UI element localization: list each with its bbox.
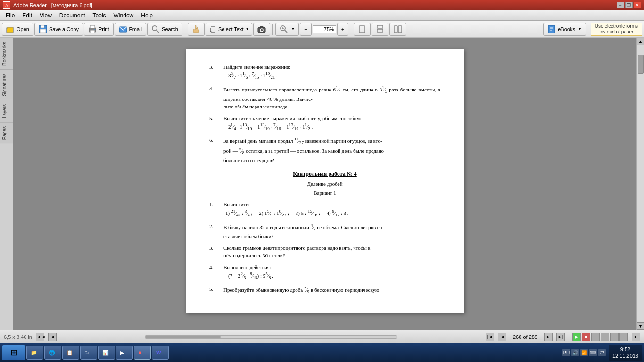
last-page-button[interactable]: ►| (556, 333, 565, 341)
scroll-left-start-button[interactable]: ◄◄ (36, 333, 44, 341)
taskbar-media[interactable]: ▶ (116, 346, 133, 360)
taskbar-app4[interactable]: 🗂 (80, 346, 97, 360)
taskbar-word[interactable]: W (152, 346, 169, 360)
snapshot-button[interactable] (253, 23, 270, 36)
text-select-icon: I (209, 25, 217, 33)
open-button[interactable]: Open (2, 23, 33, 36)
keyboard-icon[interactable]: ⌨ (589, 349, 597, 356)
kp4-p1-num: 1. (209, 200, 223, 218)
svg-line-10 (157, 30, 159, 33)
signatures-tab[interactable]: Signatures (0, 69, 13, 100)
select-dropdown-arrow[interactable]: ▼ (246, 27, 249, 31)
separator-3 (351, 24, 351, 35)
next-page-button[interactable]: ► (544, 333, 553, 341)
search-button[interactable]: Search (147, 23, 182, 36)
zoom-in-icon: + (341, 26, 344, 32)
separator-1 (185, 24, 185, 35)
ebooks-button[interactable]: eBooks ▼ (543, 23, 586, 36)
single-page-button[interactable] (354, 23, 371, 36)
kp4-p4-text: Выполните действия: (7 − 22⁄5 : 8⁄15) : … (223, 263, 440, 281)
kp4-p2-num: 2. (209, 222, 223, 240)
bookmarks-tab[interactable]: Bookmarks (0, 38, 13, 69)
horizontal-scrollbar-track[interactable] (145, 335, 397, 339)
zoom-in-button[interactable]: + (337, 23, 348, 36)
search-label: Search (162, 26, 178, 32)
window-title: Adobe Reader - [методичка 6.pdf] (13, 2, 617, 8)
kp4-p4-num: 4. (209, 263, 223, 281)
layers-tab[interactable]: Layers (0, 100, 13, 122)
zoom-input[interactable]: 75% (313, 25, 336, 33)
hand-icon (192, 25, 200, 33)
scroll-right-button[interactable]: ► (632, 333, 640, 341)
prob-5-num: 5. (209, 115, 223, 132)
horizontal-scroll-thumb[interactable] (145, 336, 221, 338)
email-button[interactable]: Email (115, 23, 147, 36)
prob-3-num: 3. (209, 63, 223, 81)
start-button[interactable]: ⊞ (2, 345, 25, 360)
prev-page-button[interactable]: ◄ (498, 333, 506, 341)
scroll-up-button[interactable]: ▲ (637, 38, 644, 45)
first-page-button[interactable]: |◄ (486, 333, 494, 341)
taskbar-app3[interactable]: 📋 (62, 346, 79, 360)
email-icon (119, 25, 127, 33)
menu-edit[interactable]: Edit (18, 11, 36, 20)
taskbar-chrome[interactable]: 🌐 (44, 346, 61, 360)
section-title: Контрольная работа № 4 (209, 170, 440, 178)
toolbar: Open Save a Copy Print Email Search (0, 21, 644, 38)
continuous-page-button[interactable] (372, 23, 388, 36)
svg-rect-5 (90, 25, 95, 28)
taskbar-excel[interactable]: 📊 (98, 346, 115, 360)
open-icon (6, 25, 15, 33)
scroll-track[interactable] (637, 45, 644, 322)
print-button[interactable]: Print (84, 23, 114, 36)
two-page-button[interactable] (389, 23, 406, 36)
volume-icon[interactable]: 🔊 (571, 349, 579, 356)
play-icon[interactable]: ▶ (572, 333, 581, 341)
clock[interactable]: 9:52 12.11.2016 (609, 345, 642, 361)
scroll-left-button[interactable]: ◄ (48, 333, 57, 341)
zoom-out-button[interactable]: − (300, 23, 311, 36)
svg-line-18 (285, 30, 287, 33)
pdf-page: 3. Найдите значение выражения: 33⁄7 · 11… (186, 49, 464, 313)
zoom-dropdown-arrow[interactable]: ▼ (291, 27, 295, 31)
left-panel: Bookmarks Signatures Layers Pages (0, 38, 13, 330)
menu-window[interactable]: Window (110, 11, 138, 20)
prob-4-text: Высота прямоугольного параллелепипеда ра… (223, 85, 440, 111)
scroll-thumb[interactable] (638, 55, 644, 74)
prob-5-text: Вычислите значение выражения наиболее уд… (223, 115, 440, 132)
taskbar-explorer[interactable]: 📁 (26, 346, 43, 360)
kp4-p1-text: Вычислите: 1) 21⁄40 : 3⁄4 ; 2) 15⁄9 : 18… (223, 200, 440, 218)
svg-rect-6 (90, 30, 95, 33)
menu-file[interactable]: File (2, 11, 18, 20)
status-bar: 6,5 x 8,46 in ◄◄ ◄ |◄ ◄ 260 of 289 ► ►| … (0, 330, 644, 343)
separator-2 (272, 24, 273, 35)
pages-tab[interactable]: Pages (0, 122, 13, 143)
svg-point-7 (94, 29, 95, 30)
select-text-button[interactable]: I Select Text ▼ (206, 23, 253, 36)
network-icon[interactable]: 📶 (580, 349, 588, 356)
menu-document[interactable]: Document (56, 11, 89, 20)
safety-icon[interactable]: 🛡 (598, 349, 606, 356)
ebooks-dropdown-arrow[interactable]: ▼ (578, 27, 582, 31)
save-copy-button[interactable]: Save a Copy (34, 23, 83, 36)
menu-help[interactable]: Help (137, 11, 157, 20)
minimize-button[interactable]: − (617, 2, 624, 8)
menu-view[interactable]: View (36, 11, 56, 20)
kp4-p3-num: 3. (209, 244, 223, 260)
taskbar-adobe[interactable]: A (134, 346, 151, 360)
menu-tools[interactable]: Tools (89, 11, 110, 20)
two-page-icon (394, 25, 402, 33)
restore-button[interactable]: ❐ (625, 2, 633, 8)
stop-icon[interactable]: ■ (582, 333, 590, 341)
close-button[interactable]: ✕ (634, 2, 641, 8)
vertical-scrollbar[interactable]: ▲ ▼ (636, 38, 644, 330)
prob-3-text: Найдите значение выражения: 33⁄7 · 11⁄6 … (223, 63, 440, 81)
system-tray: RU 🔊 📶 ⌨ 🛡 9:52 12.11.2016 (562, 345, 642, 361)
app4-icon: 🗂 (84, 350, 90, 355)
svg-rect-26 (548, 25, 555, 33)
page-size: 6,5 x 8,46 in (4, 334, 32, 340)
hand-tool-button[interactable] (188, 23, 205, 36)
zoom-button[interactable]: ▼ (275, 23, 299, 36)
kp4-p5-text: Преобразуйте обыкновенную дробь 2⁄9 в бе… (223, 285, 440, 296)
scroll-down-button[interactable]: ▼ (637, 322, 644, 330)
